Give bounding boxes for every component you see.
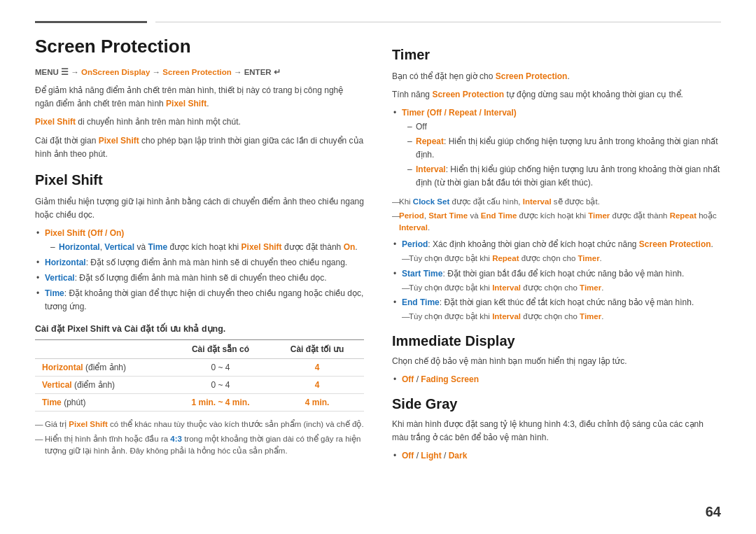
- table-header: Cài đặt Pixel Shift và Cài đặt tối ưu kh…: [35, 323, 364, 334]
- immediate-display-desc: Chọn chế độ bảo vệ màn hình bạn muốn hiể…: [392, 355, 721, 368]
- pixel-shift-title: Pixel Shift: [35, 172, 364, 188]
- interval-end-ref: Interval: [492, 312, 521, 321]
- end-time-label: End Time: [402, 297, 440, 307]
- horizontal-ref: Horizontal: [59, 242, 100, 252]
- bullet-pixel-shift-toggle: Pixel Shift (Off / On) Horizontal, Verti…: [35, 227, 364, 253]
- side-gray-desc: Khi màn hình được đặt sang tỷ lệ khung h…: [392, 418, 721, 444]
- row-label-horizontal: Horizontal (điểm ảnh): [35, 359, 171, 377]
- note-2: Hiển thị hình ảnh tĩnh hoặc đầu ra 4:3 t…: [35, 433, 364, 458]
- off-fading-options: Off: [402, 374, 414, 384]
- interval-note-ref2: Interval: [399, 223, 428, 232]
- bullet-timer-options: Timer (Off / Repeat / Interval) Off Repe…: [392, 106, 721, 190]
- clock-set-ref: Clock Set: [413, 197, 449, 206]
- intro-text-3: Cài đặt thời gian Pixel Shift cho phép b…: [35, 134, 364, 161]
- timer-intro-1: Bạn có thể đặt hẹn giờ cho Screen Protec…: [392, 70, 721, 83]
- bullet-period: Period: Xác định khoảng thời gian chờ để…: [392, 238, 721, 265]
- time-label: Time: [45, 288, 64, 298]
- row-label-time: Time (phút): [35, 394, 171, 412]
- row-optimal-horizontal: 4: [270, 359, 364, 377]
- row-range-horizontal: 0 ~ 4: [171, 359, 271, 377]
- timer-note-ref: Timer: [588, 211, 610, 220]
- top-bar-line: [155, 22, 721, 22]
- table-row-time: Time (phút) 1 min. ~ 4 min. 4 min.: [35, 394, 364, 412]
- table-header-row: Cài đặt sẵn có Cài đặt tối ưu: [35, 340, 364, 359]
- horizontal-label: Horizontal: [45, 258, 86, 267]
- bullet-end-time: End Time: Đặt thời gian kết thúc để tắt …: [392, 296, 721, 323]
- pixel-shift-ref-1: Pixel Shift: [166, 99, 206, 108]
- timer-period-ref: Timer: [578, 254, 600, 262]
- pixel-shift-ref-2: Pixel Shift: [35, 117, 76, 127]
- col-header-optimal: Cài đặt tối ưu: [270, 340, 364, 359]
- timer-title: Timer: [392, 47, 721, 63]
- repeat-note-ref: Repeat: [670, 211, 696, 220]
- start-time-label: Start Time: [402, 269, 442, 279]
- intro-text-1: Để giảm khả năng điểm ảnh chết trên màn …: [35, 84, 364, 111]
- bottom-notes: Giá trị Pixel Shift có thể khác nhau tùy…: [35, 419, 364, 457]
- timer-start-ref: Timer: [580, 283, 601, 292]
- left-column: Screen Protection MENU ☰ → OnScreen Disp…: [35, 36, 364, 520]
- start-time-note-ref: Start Time: [428, 211, 468, 220]
- timer-intro-2: Tính năng Screen Protection tự động dừng…: [392, 88, 721, 101]
- timer-interval: Interval: Hiển thị kiểu giúp chống hiện …: [402, 163, 721, 190]
- period-note-ref: Period: [399, 211, 424, 220]
- col-header-available: Cài đặt sẵn có: [171, 340, 271, 359]
- vertical-ref: Vertical: [104, 242, 134, 252]
- col-header-empty: [35, 340, 171, 359]
- fading-screen-option: Fading Screen: [421, 374, 479, 384]
- table-row-vertical: Vertical (điểm ảnh) 0 ~ 4 4: [35, 377, 364, 394]
- bullet-vertical: Vertical: Đặt số lượng điểm ảnh mà màn h…: [35, 272, 364, 285]
- pixel-shift-note-ref: Pixel Shift: [69, 420, 108, 428]
- timer-note-1: Khi Clock Set được đặt cấu hình, Interva…: [392, 196, 721, 208]
- start-time-note: Tùy chọn được bật khi Interval được chọn…: [402, 282, 721, 294]
- off-option: Off: [402, 451, 414, 461]
- screen-protection-link: Screen Protection: [162, 68, 231, 76]
- timer-repeat: Repeat: Hiển thị kiểu giúp chống hiện tư…: [402, 135, 721, 162]
- top-bar-accent-line: [35, 21, 147, 23]
- ratio-ref: 4:3: [170, 435, 182, 443]
- screen-protection-ref-feature: Screen Protection: [432, 90, 504, 99]
- pixel-shift-desc: Giảm thiểu hiện tượng giữ lại hình ảnh b…: [35, 195, 364, 222]
- menu-path: MENU ☰ → OnScreen Display → Screen Prote…: [35, 67, 364, 77]
- screen-protection-period-ref: Screen Protection: [639, 239, 711, 249]
- period-note: Tùy chọn được bật khi Repeat được chọn c…: [402, 253, 721, 265]
- repeat-label: Repeat: [416, 136, 444, 146]
- menu-arrow3: → ENTER ↵: [234, 68, 281, 76]
- bullet-horizontal: Horizontal: Đặt số lượng điểm ảnh mà màn…: [35, 256, 364, 269]
- timer-bullets-2: Period: Xác định khoảng thời gian chờ để…: [392, 238, 721, 323]
- on-ref: On: [344, 242, 356, 252]
- side-gray-title: Side Gray: [392, 396, 721, 412]
- bullet-time: Time: Đặt khoảng thời gian để thực hiện …: [35, 287, 364, 314]
- bullet-side-gray-options: Off / Light / Dark: [392, 449, 721, 463]
- row-range-time: 1 min. ~ 4 min.: [171, 394, 271, 412]
- timer-note-2: Period, Start Time và End Time được kích…: [392, 210, 721, 234]
- pixel-shift-bullets: Pixel Shift (Off / On) Horizontal, Verti…: [35, 227, 364, 314]
- vertical-label: Vertical: [45, 273, 75, 283]
- screen-protection-ref-timer: Screen Protection: [496, 71, 568, 81]
- row-label-vertical: Vertical (điểm ảnh): [35, 377, 171, 394]
- note-1: Giá trị Pixel Shift có thể khác nhau tùy…: [35, 419, 364, 430]
- intro-text-2: Pixel Shift di chuyển hình ảnh trên màn …: [35, 115, 364, 129]
- row-optimal-vertical: 4: [270, 377, 364, 394]
- period-label: Period: [402, 239, 428, 249]
- table-row-horizontal: Horizontal (điểm ảnh) 0 ~ 4 4: [35, 359, 364, 377]
- immediate-display-bullets: Off / Fading Screen: [392, 373, 721, 386]
- end-time-note: Tùy chọn được bật khi Interval được chọn…: [402, 311, 721, 323]
- right-column: Timer Bạn có thể đặt hẹn giờ cho Screen …: [392, 36, 721, 520]
- content-area: Screen Protection MENU ☰ → OnScreen Disp…: [35, 36, 721, 520]
- row-optimal-time: 4 min.: [270, 394, 364, 412]
- pixel-shift-ref-sub: Pixel Shift: [241, 242, 282, 252]
- repeat-period-ref: Repeat: [492, 254, 519, 262]
- immediate-display-title: Immediate Display: [392, 333, 721, 349]
- menu-arrow: →: [71, 68, 81, 76]
- pixel-shift-table: Cài đặt sẵn có Cài đặt tối ưu Horizontal…: [35, 339, 364, 412]
- interval-label: Interval: [416, 164, 446, 174]
- pixel-shift-sub-note: Horizontal, Vertical và Time được kích h…: [45, 241, 364, 254]
- onscreen-display-link: OnScreen Display: [81, 68, 150, 76]
- menu-arrow2: →: [153, 68, 163, 76]
- bullet-start-time: Start Time: Đặt thời gian bắt đầu để kíc…: [392, 267, 721, 294]
- timer-off: Off: [402, 120, 721, 134]
- page: Screen Protection MENU ☰ → OnScreen Disp…: [0, 0, 756, 534]
- pixel-shift-ref-3: Pixel Shift: [99, 136, 139, 146]
- time-ref: Time: [148, 242, 167, 252]
- dark-option: Dark: [449, 451, 468, 461]
